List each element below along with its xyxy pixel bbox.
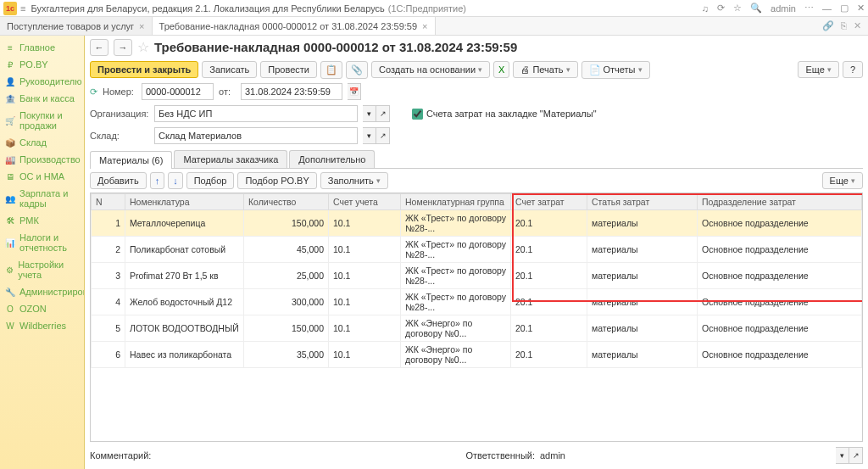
menu-icon[interactable]: ≡ xyxy=(20,3,25,14)
maximize-icon[interactable]: ▢ xyxy=(840,3,849,14)
sidebar-label: Главное xyxy=(19,42,55,53)
col-group[interactable]: Номенклатурная группа xyxy=(401,194,511,210)
pick-poby-button[interactable]: Подбор PO.BY xyxy=(237,172,316,189)
col-n[interactable]: N xyxy=(92,194,125,210)
bell-icon[interactable]: ♫ xyxy=(702,3,709,14)
table-row[interactable]: 6Навес из поликарбоната35,00010.1ЖК «Эне… xyxy=(92,342,862,368)
sidebar-item[interactable]: 🖥ОС и НМА xyxy=(0,168,84,185)
dropdown-icon[interactable]: ▾ xyxy=(836,447,849,464)
refresh-icon[interactable]: ⟳ xyxy=(90,87,97,98)
date-input[interactable]: 31.08.2024 23:59:59 xyxy=(241,83,342,100)
table-row[interactable]: 4Желоб водосточный Д12300,00010.1ЖК «Тре… xyxy=(92,289,862,315)
pick-button[interactable]: Подбор xyxy=(186,172,235,189)
create-based-button[interactable]: Создать на основании xyxy=(371,61,490,78)
sidebar-item[interactable]: ₽PO.BY xyxy=(0,56,84,73)
tab-extra[interactable]: Дополнительно xyxy=(289,150,375,168)
sidebar-item[interactable]: ⚙Настройки учета xyxy=(0,256,84,283)
materials-table[interactable]: N Номенклатура Количество Счет учета Ном… xyxy=(90,193,863,442)
table-more-button[interactable]: Еще xyxy=(822,172,863,189)
settings-icon[interactable]: ⋯ xyxy=(804,3,814,14)
tab-close-icon[interactable]: × xyxy=(422,21,427,31)
calendar-icon[interactable]: 📅 xyxy=(348,83,361,100)
sidebar-item[interactable]: ≡Главное xyxy=(0,39,84,56)
post-button[interactable]: Провести xyxy=(260,61,317,78)
resp-input[interactable]: admin xyxy=(540,450,831,461)
content: 🔗 ⎘ ✕ ← → ☆ Требование-накладная 0000-00… xyxy=(85,36,868,469)
sidebar-item[interactable]: 🏦Банк и касса xyxy=(0,90,84,107)
tab-materials[interactable]: Материалы (6) xyxy=(90,151,172,169)
table-row[interactable]: 1Металлочерепица150,00010.1ЖК «Трест» по… xyxy=(92,210,862,237)
move-down-icon[interactable]: ↓ xyxy=(168,172,183,189)
tab-receipt[interactable]: Поступление товаров и услуг × xyxy=(0,17,153,35)
report-icon: 📄 xyxy=(589,64,601,75)
sidebar-item[interactable]: 🛒Покупки и продажи xyxy=(0,107,84,134)
sidebar-label: Администрирование xyxy=(19,287,85,297)
sidebar-item[interactable]: OOZON xyxy=(0,300,84,317)
search-icon[interactable]: 🔍 xyxy=(750,3,762,14)
tab-customer-materials[interactable]: Материалы заказчика xyxy=(174,150,287,168)
close-icon[interactable]: ✕ xyxy=(857,3,865,14)
link-icon[interactable]: 🔗 xyxy=(822,20,834,31)
forward-button[interactable]: → xyxy=(114,39,132,56)
sidebar-icon: 🏭 xyxy=(5,154,15,165)
write-button[interactable]: Записать xyxy=(202,61,257,78)
open-icon[interactable]: ↗ xyxy=(376,105,390,122)
number-input[interactable]: 0000-000012 xyxy=(142,83,214,100)
sidebar-label: Банк и касса xyxy=(19,93,75,103)
user-label[interactable]: admin xyxy=(771,3,796,14)
star-icon[interactable]: ☆ xyxy=(733,3,742,14)
attach-icon[interactable]: 📎 xyxy=(346,61,368,79)
sidebar-item[interactable]: 👥Зарплата и кадры xyxy=(0,185,84,212)
col-cost-item[interactable]: Статья затрат xyxy=(587,194,698,210)
open-icon[interactable]: ↗ xyxy=(376,127,390,144)
sidebar-item[interactable]: 🔧Администрирование xyxy=(0,283,84,300)
favorite-icon[interactable]: ☆ xyxy=(137,39,149,55)
sidebar-item[interactable]: 🛠РМК xyxy=(0,212,84,229)
app-title: Бухгалтерия для Беларуси, редакция 2.1. … xyxy=(31,3,384,14)
table-row[interactable]: 5ЛОТОК ВОДООТВОДНЫЙ150,00010.1ЖК «Энерго… xyxy=(92,315,862,342)
sidebar-label: ОС и НМА xyxy=(19,171,64,181)
reports-button[interactable]: 📄Отчеты xyxy=(581,61,650,79)
sidebar-icon: O xyxy=(5,304,15,314)
detach-icon[interactable]: ⎘ xyxy=(841,20,847,31)
sidebar-item[interactable]: 📦Склад xyxy=(0,134,84,151)
history-icon[interactable]: ⟳ xyxy=(717,3,725,14)
help-button[interactable]: ? xyxy=(843,61,863,78)
tab-requirement[interactable]: Требование-накладная 0000-000012 от 31.0… xyxy=(153,17,436,35)
move-up-icon[interactable]: ↑ xyxy=(150,172,165,189)
sidebar-item[interactable]: 👤Руководителю xyxy=(0,73,84,90)
tab-close-icon[interactable]: × xyxy=(139,21,144,31)
add-button[interactable]: Добавить xyxy=(90,172,147,189)
org-label: Организация: xyxy=(90,109,149,119)
table-row[interactable]: 2Поликарбонат сотовый45,00010.1ЖК «Трест… xyxy=(92,237,862,263)
sidebar-item[interactable]: 📊Налоги и отчетность xyxy=(0,229,84,256)
col-dept[interactable]: Подразделение затрат xyxy=(698,194,862,210)
back-button[interactable]: ← xyxy=(90,39,108,56)
col-acct[interactable]: Счет учета xyxy=(329,194,401,210)
post-close-button[interactable]: Провести и закрыть xyxy=(90,61,198,78)
sidebar-label: Руководителю xyxy=(19,76,81,87)
sidebar-icon: W xyxy=(5,321,15,331)
warehouse-input[interactable]: Склад Материалов xyxy=(154,127,358,144)
fill-button[interactable]: Заполнить xyxy=(320,172,388,189)
dropdown-icon[interactable]: ▾ xyxy=(363,127,376,144)
sidebar-label: Налоги и отчетность xyxy=(19,232,79,253)
sidebar-icon: 📊 xyxy=(5,237,15,248)
excel-icon[interactable]: X xyxy=(493,61,509,78)
dropdown-icon[interactable]: ▾ xyxy=(363,105,376,122)
sidebar-item[interactable]: 🏭Производство xyxy=(0,151,84,168)
sidebar-item[interactable]: WWildberries xyxy=(0,317,84,334)
table-row[interactable]: 3Profimat 270 Вт 1,5 кв25,00010.1ЖК «Тре… xyxy=(92,263,862,289)
col-qty[interactable]: Количество xyxy=(244,194,329,210)
org-input[interactable]: Без НДС ИП xyxy=(154,105,358,122)
minimize-icon[interactable]: — xyxy=(822,3,832,14)
open-icon[interactable]: ↗ xyxy=(849,447,863,464)
print-button[interactable]: 🖨Печать xyxy=(513,61,577,78)
col-nomen[interactable]: Номенклатура xyxy=(125,194,244,210)
more-button[interactable]: Еще xyxy=(798,61,838,78)
content-close-icon[interactable]: ✕ xyxy=(854,20,861,31)
cost-tab-checkbox[interactable] xyxy=(412,109,423,120)
col-cost-acct[interactable]: Счет затрат xyxy=(511,194,587,210)
movements-icon[interactable]: 📋 xyxy=(320,61,342,79)
sidebar: ≡Главное₽PO.BY👤Руководителю🏦Банк и касса… xyxy=(0,36,85,469)
